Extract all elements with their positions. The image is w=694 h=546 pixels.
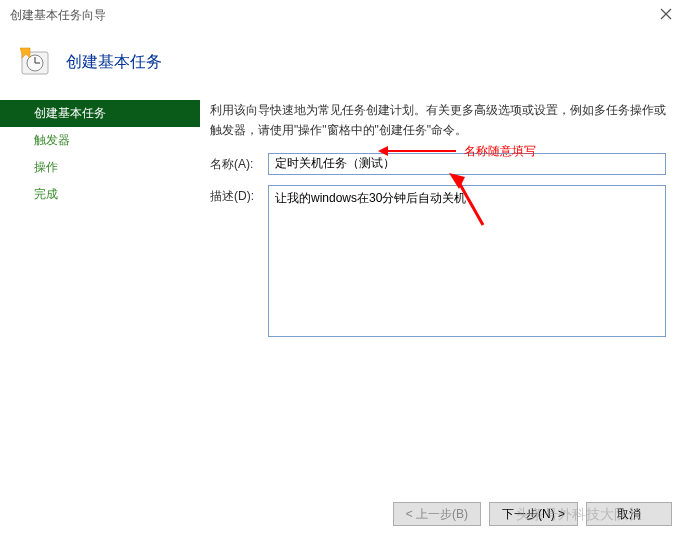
name-row: 名称(A):: [210, 153, 666, 175]
sidebar-step-trigger[interactable]: 触发器: [34, 127, 200, 154]
titlebar: 创建基本任务向导: [0, 0, 694, 30]
close-button[interactable]: [646, 1, 686, 29]
wizard-header: 创建基本任务: [0, 30, 694, 88]
sidebar-step-create[interactable]: 创建基本任务: [0, 100, 200, 127]
desc-row: 描述(D):: [210, 185, 666, 337]
back-button: < 上一步(B): [393, 502, 481, 526]
desc-label: 描述(D):: [210, 185, 260, 205]
clock-wizard-icon: [20, 46, 52, 78]
window-title: 创建基本任务向导: [10, 7, 106, 24]
content-area: 创建基本任务 触发器 操作 完成 利用该向导快速地为常见任务创建计划。有关更多高…: [0, 88, 694, 490]
cancel-button[interactable]: 取消: [586, 502, 672, 526]
intro-text: 利用该向导快速地为常见任务创建计划。有关更多高级选项或设置，例如多任务操作或触发…: [210, 100, 666, 141]
name-input[interactable]: [268, 153, 666, 175]
next-button[interactable]: 下一步(N) >: [489, 502, 578, 526]
desc-input[interactable]: [268, 185, 666, 337]
main-panel: 利用该向导快速地为常见任务创建计划。有关更多高级选项或设置，例如多任务操作或触发…: [200, 88, 694, 490]
close-icon: [660, 8, 672, 23]
sidebar-step-finish[interactable]: 完成: [34, 181, 200, 208]
wizard-title: 创建基本任务: [66, 52, 162, 73]
button-bar: < 上一步(B) 下一步(N) > 取消: [393, 502, 672, 526]
name-label: 名称(A):: [210, 153, 260, 173]
sidebar-step-action[interactable]: 操作: [34, 154, 200, 181]
wizard-sidebar: 创建基本任务 触发器 操作 完成: [0, 88, 200, 490]
